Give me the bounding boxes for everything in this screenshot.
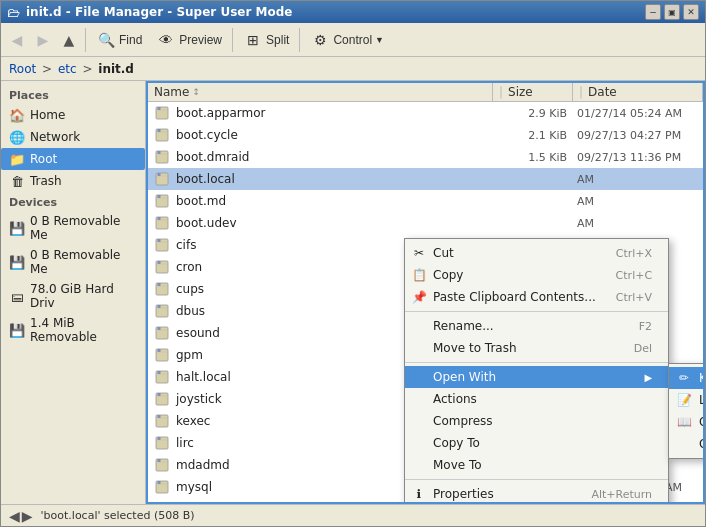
- file-date: 09/27/13 11:36 PM: [573, 151, 703, 164]
- ctx-copy-label: Copy: [433, 268, 463, 282]
- file-row[interactable]: boot.udevAM: [148, 212, 703, 234]
- submenu-libreoffice[interactable]: 📝 LibreOffice Writer: [669, 389, 705, 411]
- ctx-trash-shortcut: Del: [614, 342, 652, 355]
- col-header-date[interactable]: | Date: [573, 83, 703, 101]
- ctx-openwith-label: Open With: [433, 370, 496, 384]
- file-icon: [152, 301, 172, 321]
- submenu-other-label: Other...: [699, 437, 705, 451]
- ctx-cut-label: Cut: [433, 246, 454, 260]
- movetrash-icon: [411, 340, 427, 356]
- submenu-other[interactable]: Other...: [669, 433, 705, 455]
- svg-rect-44: [158, 415, 161, 418]
- file-icon: [152, 455, 172, 475]
- file-name: boot.dmraid: [172, 150, 493, 164]
- gear-icon: ⚙: [310, 30, 330, 50]
- sidebar-item-dev2[interactable]: 💾 0 B Removable Me: [1, 245, 145, 279]
- file-icon: [152, 125, 172, 145]
- control-button[interactable]: ⚙ Control ▼: [304, 26, 390, 54]
- up-button[interactable]: ▲: [57, 28, 81, 52]
- ctx-actions-label: Actions: [433, 392, 477, 406]
- sidebar-item-trash[interactable]: 🗑 Trash: [1, 170, 145, 192]
- find-label: Find: [119, 33, 142, 47]
- back-button[interactable]: ◀: [5, 28, 29, 52]
- submenu-kwrite[interactable]: ✏ KWrite: [669, 367, 705, 389]
- ctx-rename[interactable]: Rename... F2: [405, 315, 668, 337]
- file-row[interactable]: boot.localAM: [148, 168, 703, 190]
- close-button[interactable]: ✕: [683, 4, 699, 20]
- breadcrumb-etc[interactable]: etc: [58, 62, 77, 76]
- file-name: boot.udev: [172, 216, 493, 230]
- ctx-cut[interactable]: ✂ Cut Ctrl+X: [405, 242, 668, 264]
- split-button[interactable]: ⊞ Split: [237, 26, 295, 54]
- file-column-headers: Name ↕ | Size | Date: [148, 83, 703, 102]
- minimize-button[interactable]: −: [645, 4, 661, 20]
- submenu-okular[interactable]: 📖 Okular: [669, 411, 705, 433]
- ctx-paste-shortcut: Ctrl+V: [596, 291, 652, 304]
- ctx-sep-2: [405, 362, 668, 363]
- breadcrumb-initd[interactable]: init.d: [98, 62, 134, 76]
- col-header-size[interactable]: | Size: [493, 83, 573, 101]
- file-date: 01/27/14 05:24 AM: [573, 107, 703, 120]
- file-row[interactable]: boot.cycle2.1 KiB09/27/13 04:27 PM: [148, 124, 703, 146]
- ctx-copy[interactable]: 📋 Copy Ctrl+C: [405, 264, 668, 286]
- sidebar-item-dev4[interactable]: 💾 1.4 MiB Removable: [1, 313, 145, 347]
- ctx-properties[interactable]: ℹ Properties Alt+Return: [405, 483, 668, 504]
- svg-rect-5: [158, 129, 161, 132]
- file-row[interactable]: boot.apparmor2.9 KiB01/27/14 05:24 AM: [148, 102, 703, 124]
- removable-icon-3: 💾: [9, 322, 25, 338]
- preview-label: Preview: [179, 33, 222, 47]
- sidebar-item-network[interactable]: 🌐 Network: [1, 126, 145, 148]
- copy-icon: 📋: [411, 267, 427, 283]
- svg-rect-38: [158, 371, 161, 374]
- ctx-compress[interactable]: Compress: [405, 410, 668, 432]
- folder-icon: 📁: [9, 151, 25, 167]
- ctx-sep-1: [405, 311, 668, 312]
- title-bar: 🗁 init.d - File Manager - Super User Mod…: [1, 1, 705, 23]
- file-icon: [152, 279, 172, 299]
- ctx-paste[interactable]: 📌 Paste Clipboard Contents... Ctrl+V: [405, 286, 668, 308]
- ctx-moveto[interactable]: Move To: [405, 454, 668, 476]
- sidebar-item-dev3[interactable]: 🖴 78.0 GiB Hard Driv: [1, 279, 145, 313]
- preview-button[interactable]: 👁 Preview: [150, 26, 228, 54]
- file-name: boot.md: [172, 194, 493, 208]
- ctx-trash-label: Move to Trash: [433, 341, 517, 355]
- paste-icon: 📌: [411, 289, 427, 305]
- sidebar-item-home[interactable]: 🏠 Home: [1, 104, 145, 126]
- sidebar-item-dev1[interactable]: 💾 0 B Removable Me: [1, 211, 145, 245]
- compress-icon: [411, 413, 427, 429]
- copyto-icon: [411, 435, 427, 451]
- ctx-copyto[interactable]: Copy To: [405, 432, 668, 454]
- toolbar-separator-1: [85, 28, 86, 52]
- maximize-button[interactable]: ▣: [664, 4, 680, 20]
- ctx-openwith[interactable]: Open With ▶ ✏ KWrite 📝 LibreOffice Write…: [405, 366, 668, 388]
- file-icon: [152, 477, 172, 497]
- status-nav-left[interactable]: ◀: [9, 509, 20, 523]
- removable-icon-2: 💾: [9, 254, 25, 270]
- svg-rect-2: [158, 107, 161, 110]
- context-menu: ✂ Cut Ctrl+X 📋 Copy Ctrl+C 📌 Paste Clipb…: [404, 238, 669, 504]
- openwith-submenu: ✏ KWrite 📝 LibreOffice Writer 📖 Okular: [668, 363, 705, 459]
- ctx-actions[interactable]: Actions: [405, 388, 668, 410]
- file-row[interactable]: boot.mdAM: [148, 190, 703, 212]
- toolbar-separator-3: [299, 28, 300, 52]
- file-name: boot.cycle: [172, 128, 493, 142]
- svg-rect-23: [158, 261, 161, 264]
- find-button[interactable]: 🔍 Find: [90, 26, 148, 54]
- file-name: boot.apparmor: [172, 106, 493, 120]
- file-date: 09/27/13 04:27 PM: [573, 129, 703, 142]
- window-icon: 🗁: [7, 5, 20, 20]
- file-icon: [152, 323, 172, 343]
- file-icon: [152, 345, 172, 365]
- breadcrumb-root[interactable]: Root: [9, 62, 36, 76]
- forward-button[interactable]: ▶: [31, 28, 55, 52]
- status-nav-right[interactable]: ▶: [22, 509, 33, 523]
- col-header-name[interactable]: Name ↕: [148, 83, 493, 101]
- sidebar-item-root[interactable]: 📁 Root: [1, 148, 145, 170]
- ctx-properties-label: Properties: [433, 487, 494, 501]
- ctx-copyto-label: Copy To: [433, 436, 480, 450]
- title-controls: − ▣ ✕: [645, 4, 699, 20]
- openwith-icon: [411, 369, 427, 385]
- ctx-trash[interactable]: Move to Trash Del: [405, 337, 668, 359]
- file-row[interactable]: boot.dmraid1.5 KiB09/27/13 11:36 PM: [148, 146, 703, 168]
- sidebar-item-root-label: Root: [30, 152, 57, 166]
